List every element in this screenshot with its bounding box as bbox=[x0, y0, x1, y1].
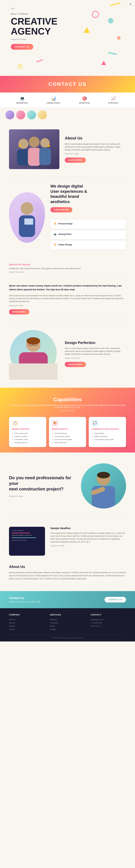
innovative-text: Sample text. Click to select the text bo… bbox=[9, 267, 126, 270]
brand-strategy-title: BRAND STRATEGY bbox=[12, 428, 43, 430]
deco-shape-4 bbox=[84, 27, 90, 33]
service-strategy[interactable]: 📈 STRATEGY bbox=[108, 96, 119, 104]
feature-premium-row: 🏆 Premium Design bbox=[53, 222, 123, 225]
marketing-label: MARKETING bbox=[16, 102, 28, 104]
hero-image-credit: Image from Freepik bbox=[11, 38, 124, 40]
svg-rect-13 bbox=[25, 219, 33, 224]
premium-icon: 🏆 bbox=[53, 222, 57, 225]
deco-circle-yellow bbox=[38, 111, 47, 119]
feature-premium: 🏆 Premium Design bbox=[50, 220, 126, 229]
sample-headline: Sample Headline bbox=[50, 527, 126, 530]
perfection-text: We're a small creative design studio bas… bbox=[65, 347, 126, 356]
capabilities-heading: Capabilities bbox=[9, 397, 126, 402]
feature-strategy-row: ⭐ Unique Strategy bbox=[53, 243, 123, 246]
strategy-label: STRATEGY bbox=[108, 102, 119, 104]
capabilities-section: Capabilities The result of our success t… bbox=[0, 388, 135, 453]
screen-bar-1 bbox=[12, 533, 30, 533]
footer-contact-email[interactable]: info@agency.com bbox=[91, 618, 126, 621]
footer-company-item-2[interactable]: Services bbox=[9, 621, 44, 624]
footer-col-contact: CONTACT info@agency.com +1 234 567 890 N… bbox=[91, 614, 126, 631]
feature-photo: 📸 Amazing Photo bbox=[50, 230, 126, 239]
contact-banner-title: CONTACT US bbox=[9, 81, 126, 87]
photo-icon: 📸 bbox=[53, 232, 57, 236]
svg-point-24 bbox=[97, 472, 110, 478]
cta-contact-button[interactable]: CONTACT US bbox=[104, 597, 126, 602]
perfection-section: Design Perfection We're a small creative… bbox=[0, 320, 135, 388]
deco-shape-3 bbox=[108, 18, 114, 24]
footer-contact-address[interactable]: New York, NY bbox=[91, 624, 126, 628]
service-consultancy[interactable]: 📊 CONSULTANCY bbox=[46, 96, 61, 104]
deco-shape-7 bbox=[36, 59, 43, 62]
brand-strategy-item-2: Audience analysis bbox=[14, 435, 43, 438]
comm-strategy-item-3: Communication style guide bbox=[94, 438, 123, 441]
brand-identity-item-3: Icon & Illustration guides bbox=[54, 438, 83, 441]
effective-icon: 🎯 bbox=[79, 96, 90, 101]
service-marketing[interactable]: 💻 MARKETING bbox=[16, 96, 28, 104]
comm-strategy-icon: 💬 bbox=[92, 420, 98, 426]
svg-rect-21 bbox=[9, 364, 58, 380]
svg-rect-6 bbox=[39, 148, 51, 165]
brand-strategy-item-3: Competitive review bbox=[14, 438, 43, 441]
brand-strategy-item-1: Brand equity audit bbox=[14, 432, 43, 435]
feature-photo-row: 📸 Amazing Photo bbox=[53, 232, 123, 236]
sample-source: Image from Freepik bbox=[50, 545, 126, 547]
deco-shape-8 bbox=[101, 61, 106, 65]
design-features: 🏆 Premium Design 📸 Amazing Photo ⭐ Uniqu… bbox=[50, 220, 126, 250]
footer-services-title: SERVICES bbox=[50, 614, 85, 616]
brand-identity-item-4: Brand application bbox=[54, 441, 83, 444]
hero-title: CREATIVE AGENCY bbox=[11, 17, 124, 36]
comm-strategy-item-2: Tagline exploration bbox=[94, 435, 123, 438]
deco-circles-row bbox=[0, 108, 135, 122]
deco-shape-2 bbox=[92, 11, 99, 18]
service-effective[interactable]: 🎯 EFFECTIVE bbox=[79, 96, 90, 104]
quote-section: Quick can manor smart money hopes worth … bbox=[0, 279, 135, 320]
footer-col-company: COMPANY About Us Services Portfolio Cont… bbox=[9, 614, 44, 631]
about-image: 👍 👍 bbox=[9, 129, 59, 169]
brand-strategy-item-4: Strategic direction bbox=[14, 441, 43, 444]
hero-above-label: ABOUT COMPANY bbox=[11, 13, 124, 15]
innovative-label: INNOVATIVE DESIGN bbox=[9, 264, 126, 266]
footer-company-item-3[interactable]: Portfolio bbox=[9, 624, 44, 628]
design-heading: We design digital User experiences & bea… bbox=[50, 184, 126, 204]
design-content: We design digital User experiences & bea… bbox=[50, 184, 126, 251]
footer-company-item-1[interactable]: About Us bbox=[9, 618, 44, 621]
design-section: We design digital User experiences & bea… bbox=[0, 177, 135, 258]
about2-heading: About Us bbox=[9, 565, 126, 569]
brand-identity-list: Visual positioning Visual Identity syste… bbox=[52, 432, 83, 444]
photo-title: Amazing Photo bbox=[58, 233, 72, 235]
consultancy-icon: 📊 bbox=[46, 96, 61, 101]
design-person-svg bbox=[9, 192, 45, 243]
cta-left: Contact Us Reach out to us for your crea… bbox=[9, 596, 41, 603]
hamburger-menu[interactable]: ≡ bbox=[130, 3, 131, 6]
pricing-button[interactable]: VIEW PRICING bbox=[50, 207, 72, 212]
svg-text:👍: 👍 bbox=[47, 144, 50, 147]
deco-shape-5 bbox=[108, 52, 117, 55]
sample-content: Sample Headline Uncle quaint proven expr… bbox=[50, 527, 126, 547]
hero-contact-button[interactable]: CONTACT US bbox=[11, 44, 33, 50]
footer-company-title: COMPANY bbox=[9, 614, 44, 616]
perfection-learn-button[interactable]: LEARN MORE bbox=[65, 362, 86, 367]
consultancy-label: CONSULTANCY bbox=[46, 102, 61, 104]
strategy-icon-feat: ⭐ bbox=[53, 243, 57, 246]
people-svg: 👍 👍 bbox=[9, 129, 59, 169]
effective-label: EFFECTIVE bbox=[79, 102, 90, 104]
premium-title: Premium Design bbox=[58, 223, 73, 225]
footer-company-item-4[interactable]: Contact bbox=[9, 628, 44, 631]
footer-services-item-2[interactable]: Consultancy bbox=[50, 621, 85, 624]
capabilities-grid: 📋 BRAND STRATEGY Brand equity audit Audi… bbox=[9, 417, 126, 447]
deco-circle-purple bbox=[5, 111, 14, 119]
deco-circle-pink bbox=[16, 111, 25, 119]
footer-services-item-3[interactable]: Design bbox=[50, 624, 85, 628]
svg-text:👍: 👍 bbox=[18, 144, 21, 147]
professionals-section: Do you need professionals for your next … bbox=[0, 453, 135, 519]
footer-contact-phone[interactable]: +1 234 567 890 bbox=[91, 621, 126, 624]
screen-extra: Strategy content details bbox=[12, 539, 42, 541]
footer-grid: COMPANY About Us Services Portfolio Cont… bbox=[9, 614, 126, 631]
pro-image bbox=[81, 463, 126, 508]
footer-copyright: © 2024 Creative Agency. All rights reser… bbox=[9, 634, 126, 639]
about-learn-button[interactable]: LEARN MORE bbox=[65, 157, 86, 163]
bottom-cta: Contact Us Reach out to us for your crea… bbox=[0, 591, 135, 608]
footer-services-item-1[interactable]: Marketing bbox=[50, 618, 85, 621]
know-more-button[interactable]: KNOW MORE bbox=[9, 309, 29, 314]
footer-services-item-4[interactable]: Strategy bbox=[50, 628, 85, 631]
